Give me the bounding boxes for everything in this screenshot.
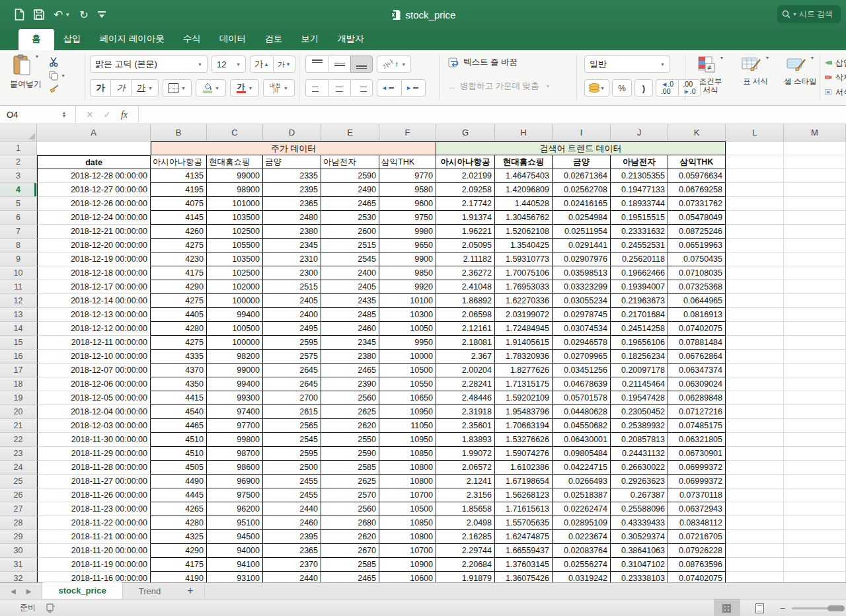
cell-I16[interactable]: 0.02709965 [553,350,611,364]
cell-E15[interactable]: 2345 [321,336,379,350]
cell-B4[interactable]: 4195 [151,183,207,197]
row-header-26[interactable]: 26 [0,488,37,502]
cell-M23[interactable] [784,447,846,461]
cancel-icon[interactable]: ✕ [81,110,98,120]
cell-I31[interactable]: 0.02556274 [553,558,611,572]
cell-D15[interactable]: 2595 [263,336,321,350]
cell-M22[interactable] [784,433,846,447]
cell-A9[interactable]: 2018-12-19 00:00:00 [37,252,151,266]
cell-A32[interactable]: 2018-11-16 00:00:00 [37,572,151,582]
sheet-tab-stock-price[interactable]: stock_price [42,582,122,599]
cell-K12[interactable]: 0.0644965 [668,294,726,308]
cell-A16[interactable]: 2018-12-10 00:00:00 [37,350,151,364]
cell-H7[interactable]: 1.52062108 [495,225,553,239]
cell-I15[interactable]: 0.02946578 [553,336,611,350]
cell-F30[interactable]: 10700 [379,544,436,558]
cell-L6[interactable] [726,211,784,225]
cell-A13[interactable]: 2018-12-13 00:00:00 [37,308,151,322]
cell-I7[interactable]: 0.02511954 [553,225,611,239]
page-layout-view-button[interactable] [747,599,773,616]
cell-H23[interactable]: 1.59074276 [495,447,553,461]
cell-M15[interactable] [784,336,846,350]
align-left-button[interactable] [305,79,328,96]
cell-B19[interactable]: 4415 [151,391,207,405]
cell-K26[interactable]: 0.07370118 [668,488,726,502]
row-header-31[interactable]: 31 [0,558,37,572]
row-header-8[interactable]: 8 [0,239,37,252]
cell-C20[interactable]: 97400 [207,405,263,419]
cell-H11[interactable]: 1.76953033 [495,280,553,294]
cell-A14[interactable]: 2018-12-12 00:00:00 [37,322,151,336]
row-header-10[interactable]: 10 [0,266,37,280]
cell-D12[interactable]: 2405 [263,294,321,308]
cell-C14[interactable]: 100500 [207,322,263,336]
font-name-combo[interactable]: 맑은 고딕 (본문)▼ [90,56,208,73]
cell-J4[interactable]: 0.19477133 [611,183,668,197]
comma-style-button[interactable]: ) [634,79,653,96]
normal-view-button[interactable] [714,599,740,616]
tab-home[interactable]: 홈 [19,28,54,50]
cell-L24[interactable] [726,461,784,475]
cell-K21[interactable]: 0.07485175 [668,419,726,433]
cell-A20[interactable]: 2018-12-04 00:00:00 [37,405,151,419]
cell-H21[interactable]: 1.70663194 [495,419,553,433]
cell-C11[interactable]: 102000 [207,280,263,294]
cell-I10[interactable]: 0.03598513 [553,266,611,280]
cell-K20[interactable]: 0.07127216 [668,405,726,419]
cell-L19[interactable] [726,391,784,405]
cell-G23[interactable]: 1.99072 [436,447,495,461]
cell-M8[interactable] [784,239,846,252]
wrap-text-button[interactable]: 텍스트 줄 바꿈 [448,57,518,68]
cell-I3[interactable]: 0.02671364 [553,169,611,183]
col-header-E[interactable]: E [321,124,379,141]
cell-F31[interactable]: 10900 [379,558,436,572]
cell-A26[interactable]: 2018-11-26 00:00:00 [37,488,151,502]
merged-stock-group-header[interactable]: 주가 데이터 [151,141,436,155]
cell-A5[interactable]: 2018-12-26 00:00:00 [37,197,151,211]
cell-E7[interactable]: 2600 [321,225,379,239]
cell-D28[interactable]: 2460 [263,516,321,530]
cell-H32[interactable]: 1.36075426 [495,572,553,582]
cell-I5[interactable]: 0.02416165 [553,197,611,211]
cell-B21[interactable]: 4465 [151,419,207,433]
cell-F2[interactable]: 삼익THK [379,155,436,169]
cell-G4[interactable]: 2.09258 [436,183,495,197]
name-box-stepper[interactable]: ▲▼ [58,112,70,117]
cell-G25[interactable]: 2.1241 [436,475,495,488]
cell-H6[interactable]: 1.30456762 [495,211,553,225]
cell-F17[interactable]: 10500 [379,364,436,377]
row-header-13[interactable]: 13 [0,308,37,322]
cell-A28[interactable]: 2018-11-22 00:00:00 [37,516,151,530]
cell-C10[interactable]: 102500 [207,266,263,280]
cell-I32[interactable]: 0.0319242 [553,572,611,582]
cell-A8[interactable]: 2018-12-20 00:00:00 [37,239,151,252]
cell-L7[interactable] [726,225,784,239]
cell-A22[interactable]: 2018-11-30 00:00:00 [37,433,151,447]
cell-J11[interactable]: 0.19394007 [611,280,668,294]
cell-C7[interactable]: 102500 [207,225,263,239]
cell-E26[interactable]: 2570 [321,488,379,502]
col-header-L[interactable]: L [726,124,784,141]
cell-G3[interactable]: 2.02199 [436,169,495,183]
cell-H28[interactable]: 1.55705635 [495,516,553,530]
cell-D2[interactable]: 금양 [263,155,321,169]
cell-F24[interactable]: 10800 [379,461,436,475]
row-header-20[interactable]: 20 [0,405,37,419]
insert-function-icon[interactable]: fx [116,110,133,120]
increase-font-button[interactable]: 가▲ [250,56,273,73]
tab-review[interactable]: 검토 [255,28,291,50]
cell-G13[interactable]: 2.06598 [436,308,495,322]
cell-F12[interactable]: 10100 [379,294,436,308]
cell-M21[interactable] [784,419,846,433]
cell-C13[interactable]: 99400 [207,308,263,322]
cell-G12[interactable]: 1.86892 [436,294,495,308]
cell-L9[interactable] [726,252,784,266]
cell-J10[interactable]: 0.19662466 [611,266,668,280]
cell-K4[interactable]: 0.06769258 [668,183,726,197]
cell-I28[interactable]: 0.02895109 [553,516,611,530]
cell-G5[interactable]: 2.17742 [436,197,495,211]
cell-D19[interactable]: 2700 [263,391,321,405]
cell-F32[interactable]: 10600 [379,572,436,582]
cell-M5[interactable] [784,197,846,211]
cell-A30[interactable]: 2018-11-20 00:00:00 [37,544,151,558]
